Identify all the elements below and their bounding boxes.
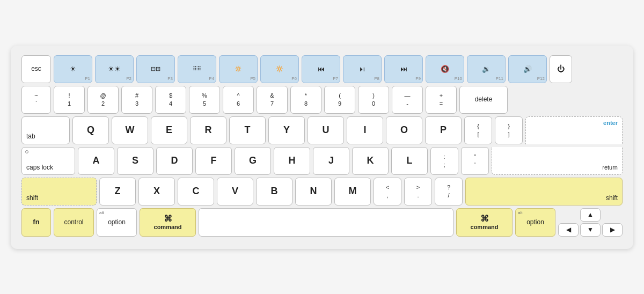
b-key[interactable]: B bbox=[256, 178, 292, 205]
f7-key[interactable]: ⏮ P7 bbox=[302, 55, 340, 83]
qwerty-row: tab Q W E R T Y U I O P { [ } ] enter bbox=[21, 116, 623, 144]
zxcv-row: shift Z X C V B N M < , > . ? / shif bbox=[21, 178, 623, 205]
p-key[interactable]: P bbox=[425, 116, 462, 144]
option-right-key[interactable]: alt option bbox=[515, 208, 555, 237]
9-key[interactable]: ( 9 bbox=[324, 86, 355, 114]
8-key[interactable]: * 8 bbox=[290, 86, 321, 114]
control-key[interactable]: control bbox=[54, 208, 94, 237]
3-key[interactable]: # 3 bbox=[121, 86, 152, 114]
f-key[interactable]: F bbox=[195, 147, 232, 175]
s-key[interactable]: S bbox=[117, 147, 153, 175]
z-key[interactable]: Z bbox=[99, 178, 136, 205]
f2-key[interactable]: ☀☀ P2 bbox=[95, 55, 134, 83]
a-key[interactable]: A bbox=[78, 147, 114, 175]
f3-key[interactable]: ⊟⊞ P3 bbox=[136, 55, 175, 83]
n-key[interactable]: N bbox=[295, 178, 332, 205]
caps-lock-key[interactable]: caps lock bbox=[21, 147, 75, 175]
4-key[interactable]: $ 4 bbox=[155, 86, 186, 114]
caps-indicator bbox=[25, 150, 28, 153]
quote-key[interactable]: " ' bbox=[461, 147, 489, 175]
l-key[interactable]: L bbox=[391, 147, 428, 175]
h-key[interactable]: H bbox=[274, 147, 310, 175]
x-key[interactable]: X bbox=[138, 178, 175, 205]
f1-key[interactable]: ☀ P1 bbox=[54, 55, 92, 83]
g-key[interactable]: G bbox=[235, 147, 271, 175]
arrow-cluster: ▲ ◀ ▼ ▶ bbox=[558, 208, 623, 237]
shift-left-key[interactable]: shift bbox=[21, 178, 97, 205]
2-key[interactable]: @ 2 bbox=[87, 86, 119, 114]
c-key[interactable]: C bbox=[178, 178, 214, 205]
f10-key[interactable]: 🔇 P10 bbox=[426, 55, 464, 83]
y-key[interactable]: Y bbox=[268, 116, 305, 144]
arrow-bottom-row: ◀ ▼ ▶ bbox=[558, 223, 623, 237]
arrow-down-key[interactable]: ▼ bbox=[580, 223, 601, 237]
slash-key[interactable]: ? / bbox=[435, 178, 463, 205]
enter-key-top[interactable]: enter bbox=[525, 116, 623, 144]
6-key[interactable]: ^ 6 bbox=[223, 86, 254, 114]
arrow-left-key[interactable]: ◀ bbox=[558, 223, 579, 237]
arrow-right-key[interactable]: ▶ bbox=[602, 223, 623, 237]
tilde-key[interactable]: ~ ` bbox=[21, 86, 51, 114]
i-key[interactable]: I bbox=[347, 116, 383, 144]
shift-right-key[interactable]: shift bbox=[465, 178, 623, 205]
j-key[interactable]: J bbox=[313, 147, 349, 175]
e-key[interactable]: E bbox=[151, 116, 187, 144]
7-key[interactable]: & 7 bbox=[257, 86, 288, 114]
equals-key[interactable]: + = bbox=[426, 86, 457, 114]
m-key[interactable]: M bbox=[334, 178, 371, 205]
5-key[interactable]: % 5 bbox=[189, 86, 220, 114]
tab-key[interactable]: tab bbox=[21, 116, 70, 144]
esc-key[interactable]: esc bbox=[21, 55, 51, 83]
v-key[interactable]: V bbox=[217, 178, 253, 205]
option-left-key[interactable]: alt option bbox=[97, 208, 137, 237]
f6-key[interactable]: 🔆 P6 bbox=[260, 55, 299, 83]
f8-key[interactable]: ⏯ P8 bbox=[343, 55, 382, 83]
f12-key[interactable]: 🔊 P12 bbox=[508, 55, 547, 83]
comma-key[interactable]: < , bbox=[374, 178, 401, 205]
0-key[interactable]: ) 0 bbox=[358, 86, 389, 114]
fn-key[interactable]: fn bbox=[21, 208, 51, 237]
u-key[interactable]: U bbox=[308, 116, 344, 144]
1-key[interactable]: ! 1 bbox=[54, 86, 85, 114]
w-key[interactable]: W bbox=[112, 116, 148, 144]
close-bracket-key[interactable]: } ] bbox=[495, 116, 523, 144]
modifier-row: fn control alt option ⌘ command ⌘ comman… bbox=[21, 208, 623, 237]
fn-row: esc ☀ P1 ☀☀ P2 ⊟⊞ P3 ⠿⠿ P4 🔅 P5 🔆 P6 ⏮ P… bbox=[21, 55, 623, 83]
f4-key[interactable]: ⠿⠿ P4 bbox=[178, 55, 216, 83]
arrow-up-key[interactable]: ▲ bbox=[580, 208, 601, 222]
q-key[interactable]: Q bbox=[72, 116, 109, 144]
o-key[interactable]: O bbox=[386, 116, 422, 144]
t-key[interactable]: T bbox=[229, 116, 266, 144]
f5-key[interactable]: 🔅 P5 bbox=[219, 55, 258, 83]
delete-key[interactable]: delete bbox=[459, 86, 508, 114]
period-key[interactable]: > . bbox=[404, 178, 432, 205]
power-key[interactable]: ⏻ bbox=[550, 55, 572, 83]
command-right-key[interactable]: ⌘ command bbox=[456, 208, 513, 237]
f11-key[interactable]: 🔉 P11 bbox=[467, 55, 506, 83]
d-key[interactable]: D bbox=[156, 147, 193, 175]
r-key[interactable]: R bbox=[190, 116, 226, 144]
semicolon-key[interactable]: : ; bbox=[430, 147, 458, 175]
spacebar-key[interactable] bbox=[199, 208, 453, 237]
minus-key[interactable]: — - bbox=[392, 86, 423, 114]
command-left-key[interactable]: ⌘ command bbox=[140, 208, 196, 237]
asdf-row: caps lock A S D F G H J K L : ; " ' retu… bbox=[21, 147, 623, 175]
keyboard: esc ☀ P1 ☀☀ P2 ⊟⊞ P3 ⠿⠿ P4 🔅 P5 🔆 P6 ⏮ P… bbox=[11, 46, 633, 249]
enter-key-bottom[interactable]: return bbox=[492, 147, 623, 175]
f9-key[interactable]: ⏭ P9 bbox=[384, 55, 423, 83]
arrow-top-row: ▲ bbox=[558, 208, 623, 222]
open-bracket-key[interactable]: { [ bbox=[464, 116, 492, 144]
number-row: ~ ` ! 1 @ 2 # 3 $ 4 bbox=[21, 86, 623, 114]
k-key[interactable]: K bbox=[352, 147, 389, 175]
